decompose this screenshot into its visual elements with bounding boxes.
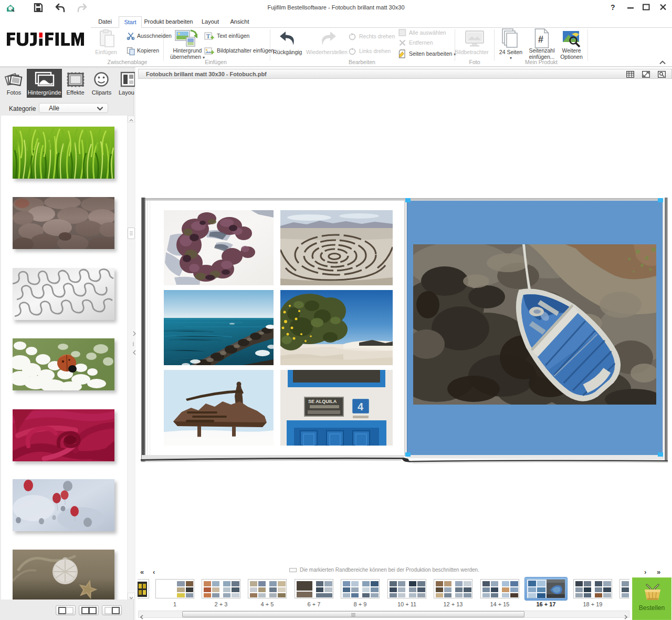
svg-text:SE ALQUILA: SE ALQUILA: [308, 399, 337, 404]
svg-text:4: 4: [358, 401, 364, 412]
svg-text:#: #: [538, 34, 543, 45]
svg-text:T: T: [206, 33, 211, 40]
